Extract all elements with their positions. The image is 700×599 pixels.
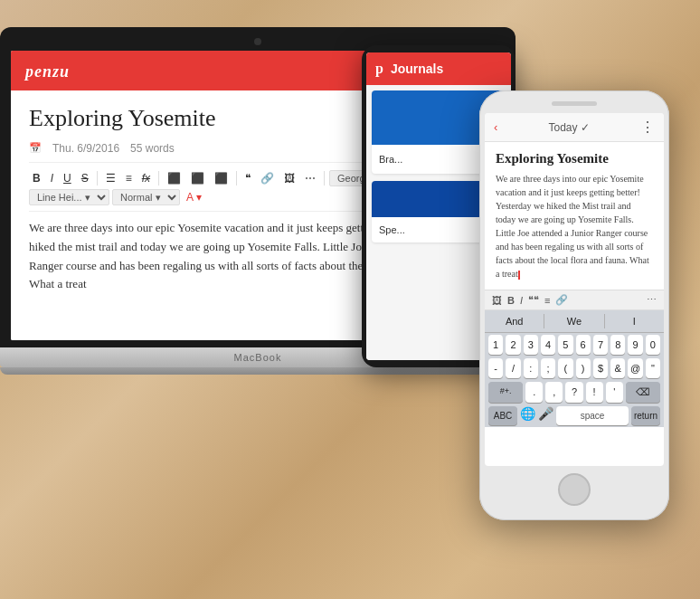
iphone-list-icon[interactable]: ≡ [544, 295, 550, 306]
iphone-back-button[interactable]: ‹ [494, 120, 497, 134]
key-quote[interactable]: " [646, 358, 660, 378]
suggestion-2[interactable]: We [544, 314, 604, 328]
align-left-button[interactable]: ⬛ [164, 170, 184, 186]
clear-format-button[interactable]: fx [138, 170, 154, 186]
key-6[interactable]: 6 [576, 335, 591, 355]
key-more-symbols[interactable]: #+. [488, 382, 523, 403]
italic-button[interactable]: I [47, 170, 57, 186]
key-5[interactable]: 5 [558, 335, 572, 355]
iphone-formatting-toolbar: 🖼 B I ❝❝ ≡ 🔗 ⋯ [485, 290, 664, 310]
iphone-bezel: ‹ Today ✓ ⋮ Exploring Yosemite We are th… [479, 90, 669, 520]
keyboard-row-space: ABC 🌐 🎤 space return [485, 404, 664, 427]
bold-button[interactable]: B [29, 170, 44, 186]
android-card-1-label: Bra... [379, 154, 402, 165]
android-card-2-label: Spe... [379, 224, 405, 235]
macbook-bottom [0, 367, 516, 375]
penzu-logo: penzu [25, 59, 70, 82]
suggestion-1[interactable]: And [485, 314, 544, 328]
align-center-button[interactable]: ⬛ [187, 170, 208, 186]
key-semicolon[interactable]: ; [541, 358, 555, 378]
key-abc[interactable]: ABC [488, 406, 517, 425]
key-1[interactable]: 1 [488, 335, 503, 355]
android-penzu-icon: p [375, 61, 383, 77]
toolbar-separator-2 [158, 171, 159, 185]
document-title[interactable]: Exploring Yosemite [29, 105, 216, 132]
line-height-select[interactable]: Line Hei... ▾ [29, 189, 109, 205]
emoji-icon[interactable]: 🌐 [520, 406, 535, 425]
android-journals-label: Journals [391, 62, 443, 76]
penzu-logo-text: penzu [25, 62, 70, 81]
key-apostrophe[interactable]: ' [606, 382, 623, 403]
text-cursor [518, 271, 520, 280]
iphone-italic-icon[interactable]: I [520, 295, 523, 306]
iphone-nav-title: Today ✓ [548, 121, 589, 134]
calendar-icon: 📅 [29, 142, 42, 154]
image-toolbar-button[interactable]: 🖼 [280, 170, 298, 186]
iphone-device: ‹ Today ✓ ⋮ Exploring Yosemite We are th… [479, 90, 669, 520]
key-0[interactable]: 0 [646, 335, 660, 355]
key-colon[interactable]: : [524, 358, 538, 378]
iphone-image-icon[interactable]: 🖼 [492, 295, 502, 306]
key-oparen[interactable]: ( [558, 358, 572, 378]
macbook-camera [254, 38, 261, 45]
iphone-quote-icon[interactable]: ❝❝ [528, 294, 539, 306]
key-7[interactable]: 7 [593, 335, 608, 355]
iphone-nav-bar: ‹ Today ✓ ⋮ [485, 113, 664, 142]
underline-button[interactable]: U [60, 170, 75, 186]
key-question[interactable]: ? [565, 382, 582, 403]
android-topbar: p Journals [366, 52, 511, 85]
toolbar-separator-4 [324, 171, 325, 185]
strikethrough-button[interactable]: S [78, 170, 92, 186]
list-button[interactable]: ☰ [102, 170, 119, 186]
iphone-link-icon[interactable]: 🔗 [555, 294, 568, 306]
document-date: Thu. 6/9/2016 [52, 142, 119, 155]
iphone-bold-icon[interactable]: B [507, 295, 515, 306]
mic-icon[interactable]: 🎤 [538, 406, 553, 425]
keyboard-row-bottom: #+. . , ? ! ' ⌫ [485, 380, 664, 404]
suggestion-3[interactable]: I [605, 314, 664, 328]
keyboard-suggestions: And We I [485, 310, 664, 333]
iphone-journal-body[interactable]: We are three days into our epic Yosemite… [485, 172, 664, 290]
iphone-journal-content: We are three days into our epic Yosemite… [496, 174, 649, 279]
key-cparen[interactable]: ) [576, 358, 591, 378]
key-space[interactable]: space [556, 406, 629, 425]
key-dollar[interactable]: $ [593, 358, 608, 378]
keyboard-row-symbols: - / : ; ( ) $ & @ " [485, 357, 664, 380]
blockquote-button[interactable]: ❝ [241, 170, 254, 186]
iphone-journal-title: Exploring Yosemite [485, 142, 664, 172]
key-at[interactable]: @ [628, 358, 642, 378]
link-button[interactable]: 🔗 [257, 170, 278, 186]
key-2[interactable]: 2 [506, 335, 520, 355]
key-3[interactable]: 3 [524, 335, 538, 355]
keyboard-row-numbers: 1 2 3 4 5 6 7 8 9 0 [485, 333, 664, 357]
key-exclaim[interactable]: ! [586, 382, 603, 403]
key-period[interactable]: . [525, 382, 543, 403]
iphone-screen: ‹ Today ✓ ⋮ Exploring Yosemite We are th… [485, 113, 664, 466]
key-8[interactable]: 8 [610, 335, 625, 355]
ordered-list-button[interactable]: ≡ [122, 170, 136, 186]
key-comma[interactable]: , [545, 382, 563, 403]
key-slash[interactable]: / [506, 358, 520, 378]
more-toolbar-button[interactable]: ⋯ [301, 170, 319, 186]
iphone-more-toolbar-icon[interactable]: ⋯ [647, 294, 657, 306]
iphone-speaker [552, 101, 597, 106]
iphone-home-button[interactable] [558, 473, 591, 506]
style-select[interactable]: Normal ▾ [112, 189, 180, 205]
key-9[interactable]: 9 [628, 335, 642, 355]
key-4[interactable]: 4 [541, 335, 555, 355]
key-delete[interactable]: ⌫ [626, 382, 660, 403]
iphone-more-button[interactable]: ⋮ [640, 119, 655, 136]
iphone-keyboard: And We I 1 2 3 4 5 6 7 8 9 0 [485, 310, 664, 427]
key-dash[interactable]: - [488, 358, 503, 378]
key-ampersand[interactable]: & [610, 358, 625, 378]
font-size-button[interactable]: A ▾ [183, 189, 205, 205]
word-count: 55 words [130, 142, 175, 155]
align-right-button[interactable]: ⬛ [211, 170, 232, 186]
toolbar-separator-3 [236, 171, 237, 185]
key-return[interactable]: return [631, 406, 660, 425]
toolbar-separator-1 [97, 171, 98, 185]
